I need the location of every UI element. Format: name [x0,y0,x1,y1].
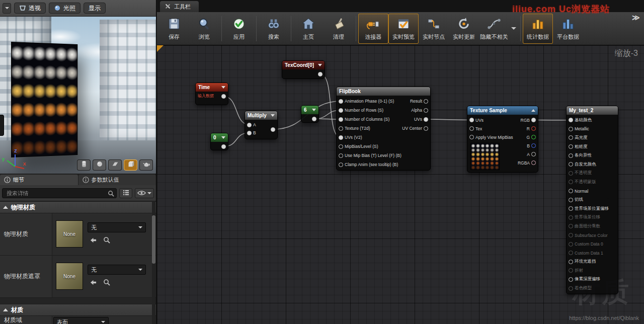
output-pin[interactable] [424,126,428,131]
node-texcoord[interactable]: TexCoord[0] [282,60,325,79]
view-options-button[interactable] [135,188,154,198]
input-pin[interactable] [569,153,573,158]
node-multiply[interactable]: MultiplyAB [245,111,278,139]
node-header[interactable]: My_test_2 [567,106,618,115]
node-header[interactable]: Time [196,83,228,92]
section-header-physical-material[interactable]: 物理材质 [0,201,156,213]
toolbar-button-stats[interactable]: 统计数据 [523,14,553,44]
use-selected-arrow-icon[interactable] [90,236,97,246]
input-pin[interactable] [569,180,573,184]
toolbar-button-platform[interactable]: 平台数据 [553,14,583,44]
output-pin[interactable] [424,117,428,122]
input-pin[interactable] [469,135,474,139]
search-input[interactable] [2,188,117,198]
output-pin[interactable] [531,118,536,122]
node-material[interactable]: My_test_2基础颜色Metallic高光度粗糙度各向异性自发光颜色不透明度… [566,106,618,294]
input-pin[interactable] [339,117,343,122]
input-pin[interactable] [469,126,474,131]
input-pin[interactable] [569,127,573,131]
input-pin[interactable] [247,131,252,135]
input-pin[interactable] [569,260,573,264]
node-header[interactable]: Texture Sample [467,106,538,115]
collapse-caret-icon[interactable] [221,86,225,89]
output-pin[interactable] [312,117,316,121]
toolbar-button-browse[interactable]: 浏览 [189,14,219,44]
collapse-caret-icon[interactable] [312,109,316,111]
input-pin[interactable] [569,224,573,228]
output-pin[interactable] [531,135,536,139]
output-pin[interactable] [531,160,536,165]
node-header[interactable]: Multiply [245,111,277,120]
collapse-caret-icon[interactable] [318,64,322,66]
toolbar-button-search[interactable]: 搜索 [259,14,289,44]
physical-material-mask-dropdown[interactable]: 无 [88,265,146,275]
material-domain-dropdown[interactable]: 表面 [53,317,109,324]
input-pin[interactable] [569,286,573,291]
input-pin[interactable] [569,242,573,247]
node-header[interactable]: 0 [211,133,228,142]
mesh-button-cube[interactable] [124,159,137,171]
input-pin[interactable] [569,118,573,122]
toolbar-button-live-preview[interactable]: 实时预览 [388,14,419,44]
use-selected-arrow-icon[interactable] [90,279,97,288]
output-pin[interactable] [221,94,226,99]
output-pin[interactable] [424,99,428,104]
input-pin[interactable] [247,123,252,127]
input-pin[interactable] [339,153,343,158]
toolbar-button-cleanup[interactable]: 清理 [324,14,354,44]
toolbar-button-home[interactable]: 主页 [293,14,324,44]
input-pin[interactable] [339,163,343,167]
output-pin[interactable] [271,127,275,132]
node-flipbook[interactable]: FlipBookAnimation Phase (0-1) (S)Number … [336,87,431,171]
perspective-button[interactable]: 透视 [14,3,46,14]
input-pin[interactable] [469,118,474,122]
tab-parameter-defaults[interactable]: 参数默认值 [78,175,156,185]
node-header[interactable]: 6 [301,106,318,114]
toolbar-tab[interactable]: 工具栏 [160,1,199,12]
input-pin[interactable] [569,206,573,211]
mesh-button-cylinder[interactable] [77,159,91,171]
input-pin[interactable] [569,171,573,176]
node-header[interactable]: FlipBook [337,87,430,96]
material-preview-mesh[interactable] [11,42,77,157]
section-header-material[interactable]: 材质 [0,304,156,316]
node-header[interactable]: TexCoord[0] [282,61,325,69]
input-pin[interactable] [569,251,573,255]
toolbar-button-hide-unrelated[interactable]: 隐藏不相关 [479,14,509,44]
input-pin[interactable] [569,268,573,273]
input-pin[interactable] [569,198,573,202]
output-pin[interactable] [531,143,536,148]
input-pin[interactable] [569,215,573,220]
toolbar-button-live-update[interactable]: 实时更新 [449,14,479,44]
node-texsample[interactable]: Texture SampleUVsTexApply View MipBiasRG… [467,106,538,173]
mesh-button-sphere[interactable] [93,159,106,171]
toolbar-button-caret[interactable] [509,14,518,44]
preview-viewport[interactable]: Z y X [0,17,156,174]
output-pin[interactable] [531,152,536,156]
collapse-caret-icon[interactable] [531,109,535,112]
input-pin[interactable] [569,277,573,282]
output-pin[interactable] [318,72,323,76]
filter-list-button[interactable] [119,188,132,198]
toolbar-button-connector[interactable]: 连接器 [358,14,388,44]
node-const6[interactable]: 6 [301,105,319,123]
browse-asset-icon[interactable] [103,279,110,288]
viewport-options-dropdown[interactable] [3,3,11,14]
output-pin[interactable] [221,144,226,149]
browse-asset-icon[interactable] [103,236,110,246]
output-pin[interactable] [531,126,536,131]
collapsed-panel-handle[interactable] [0,115,4,136]
lit-mode-button[interactable]: 光照 [49,3,80,14]
node-time[interactable]: Time输入数据 [195,83,228,105]
input-pin[interactable] [569,233,573,237]
toolbar-button-save[interactable]: 保存 [159,14,189,44]
toolbar-button-live-nodes[interactable]: 实时节点 [419,14,449,44]
show-button[interactable]: 显示 [84,3,106,14]
physical-material-thumbnail[interactable]: None [56,220,83,248]
collapse-caret-icon[interactable] [271,114,275,117]
input-pin[interactable] [569,135,573,140]
physical-material-dropdown[interactable]: 无 [88,222,146,232]
details-scrollbar[interactable] [152,215,155,264]
input-pin[interactable] [339,144,343,149]
output-pin[interactable] [424,108,428,113]
